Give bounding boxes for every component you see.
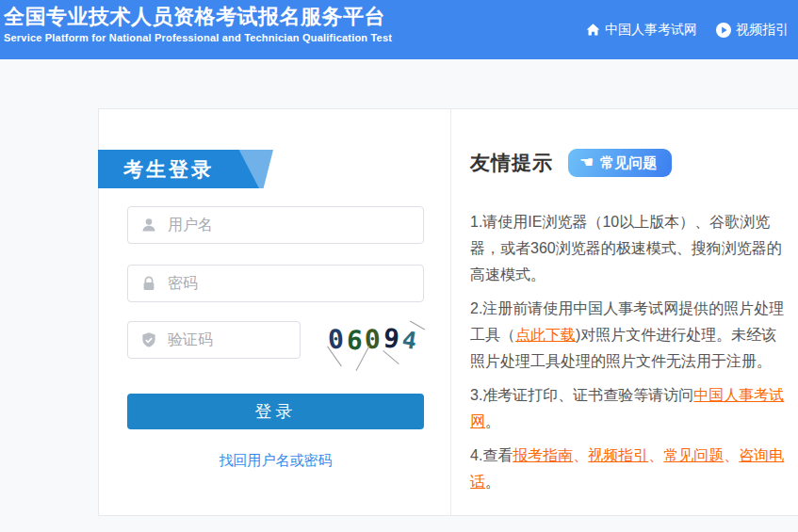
forgot-credentials-link[interactable]: 找回用户名或密码 [220, 452, 333, 468]
pointing-hand-icon: ☚ [579, 154, 594, 170]
username-input[interactable] [127, 206, 424, 244]
faq-button[interactable]: ☚ 常见问题 [568, 149, 672, 177]
login-button[interactable]: 登录 [127, 394, 424, 429]
tips-title: 友情提示 [470, 150, 553, 176]
tip-text: 4.查看 [470, 447, 513, 463]
nav-link-cpta[interactable]: 中国人事考试网 [586, 22, 697, 39]
tips-panel: 友情提示 ☚ 常见问题 1.请使用IE浏览器（10以上版本）、谷歌浏览器，或者3… [451, 109, 798, 515]
main-card: 考生登录 [98, 108, 798, 516]
tip-text: 。 [485, 474, 500, 490]
tips-list: 1.请使用IE浏览器（10以上版本）、谷歌浏览器，或者360浏览器的极速模式、搜… [470, 209, 785, 495]
tip-text: 。 [485, 413, 500, 429]
tip-paragraph: 4.查看报考指南、视频指引、常见问题、咨询电话。 [470, 443, 785, 495]
header-nav: 中国人事考试网 视频指引 [586, 0, 798, 59]
nav-link-label: 视频指引 [736, 22, 789, 39]
faq-button-label: 常见问题 [600, 154, 657, 172]
home-icon [586, 23, 600, 37]
captcha-digits: 06094 [328, 327, 417, 353]
password-input[interactable] [127, 265, 424, 302]
user-icon [140, 217, 157, 237]
tip-text: 、 [724, 447, 739, 463]
nav-link-label: 中国人事考试网 [605, 22, 697, 39]
password-row [127, 265, 424, 302]
tip-paragraph: 2.注册前请使用中国人事考试网提供的照片处理工具（点此下载)对照片文件进行处理。… [470, 296, 785, 375]
captcha-image[interactable]: 06094 [320, 317, 424, 363]
tip-link[interactable]: 常见问题 [663, 447, 724, 463]
site-subtitle: Service Platform for National Profession… [4, 32, 392, 43]
site-branding: 全国专业技术人员资格考试报名服务平台 Service Platform for … [0, 0, 392, 59]
lock-icon [140, 275, 157, 296]
site-header: 全国专业技术人员资格考试报名服务平台 Service Platform for … [0, 0, 798, 59]
play-icon [716, 23, 731, 38]
tip-text: 1.请使用IE浏览器（10以上版本）、谷歌浏览器，或者360浏览器的极速模式、搜… [470, 214, 782, 282]
tip-link[interactable]: 点此下载 [515, 327, 576, 343]
tip-link[interactable]: 视频指引 [588, 447, 648, 463]
login-panel: 考生登录 [99, 109, 451, 515]
captcha-input-wrap [127, 321, 301, 359]
captcha-digit: 4 [400, 328, 418, 356]
nav-link-video-guide[interactable]: 视频指引 [716, 22, 789, 39]
login-panel-ribbon: 考生登录 [99, 150, 372, 188]
login-form: 06094 登录 找回用户名或密码 [99, 188, 450, 470]
tips-header: 友情提示 ☚ 常见问题 [470, 149, 785, 177]
shield-check-icon [140, 331, 157, 352]
username-row [127, 206, 424, 244]
captcha-digit: 9 [383, 325, 400, 352]
tip-link[interactable]: 报考指南 [513, 447, 573, 463]
tip-text: 、 [648, 447, 663, 463]
site-title: 全国专业技术人员资格考试报名服务平台 [4, 6, 392, 28]
login-panel-title: 考生登录 [98, 150, 259, 188]
tip-text: 3.准考证打印、证书查验等请访问 [470, 387, 693, 403]
captcha-row: 06094 [127, 321, 424, 366]
forgot-row: 找回用户名或密码 [127, 452, 424, 470]
tip-paragraph: 3.准考证打印、证书查验等请访问中国人事考试网。 [470, 382, 785, 435]
captcha-digit: 6 [346, 328, 363, 355]
tip-text: 、 [573, 447, 588, 463]
tip-paragraph: 1.请使用IE浏览器（10以上版本）、谷歌浏览器，或者360浏览器的极速模式、搜… [470, 209, 785, 288]
